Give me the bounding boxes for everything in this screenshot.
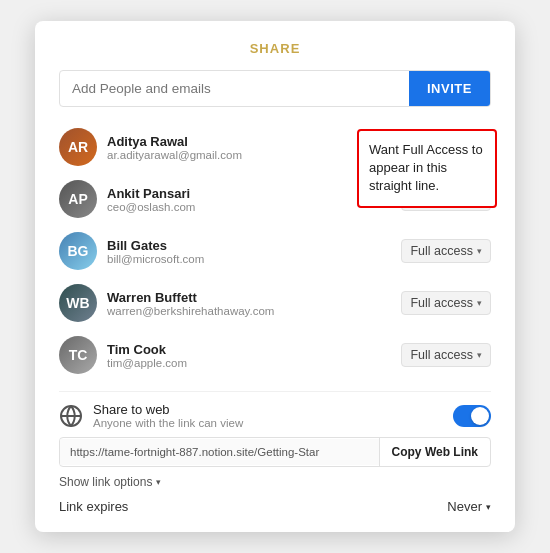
chevron-down-icon: ▾ [477, 298, 482, 308]
access-dropdown[interactable]: Full access ▾ [401, 291, 491, 315]
avatar: BG [59, 232, 97, 270]
access-dropdown[interactable]: Full access ▾ [401, 343, 491, 367]
access-label: Full access [410, 348, 473, 362]
share-input-row: INVITE [59, 70, 491, 107]
person-row: BG Bill Gates bill@microsoft.com Full ac… [59, 225, 491, 277]
share-web-row: Share to web Anyone with the link can vi… [59, 402, 491, 429]
web-link-text: https://tame-fortnight-887.notion.site/G… [60, 439, 379, 465]
person-name: Tim Cook [107, 342, 401, 357]
person-row: TC Tim Cook tim@apple.com Full access ▾ [59, 329, 491, 381]
access-label: Full access [410, 296, 473, 310]
chevron-down-icon: ▾ [477, 350, 482, 360]
toggle-knob [471, 407, 489, 425]
person-email: ceo@oslash.com [107, 201, 401, 213]
person-row: WB Warren Buffett warren@berkshirehathaw… [59, 277, 491, 329]
avatar: AP [59, 180, 97, 218]
avatar: TC [59, 336, 97, 374]
chevron-down-icon: ▾ [477, 246, 482, 256]
access-label: Full access [410, 140, 473, 154]
show-link-options-button[interactable]: Show link options ▾ [59, 475, 491, 489]
share-modal: SHARE INVITE AR Aditya Rawal ar.adityara… [35, 21, 515, 532]
avatar: AR [59, 128, 97, 166]
access-dropdown[interactable]: Full access ▾ [401, 135, 491, 159]
person-row: AP Ankit Pansari ceo@oslash.com Full acc… [59, 173, 491, 225]
person-email: tim@apple.com [107, 357, 401, 369]
share-to-web-sublabel: Anyone with the link can view [93, 417, 453, 429]
person-name: Bill Gates [107, 238, 401, 253]
person-name: Aditya Rawal [107, 134, 401, 149]
chevron-down-icon: ▾ [486, 502, 491, 512]
link-row: https://tame-fortnight-887.notion.site/G… [59, 437, 491, 467]
link-expires-row: Link expires Never ▾ [59, 499, 491, 514]
access-dropdown[interactable]: Full access ▾ [401, 239, 491, 263]
chevron-down-icon: ▾ [477, 142, 482, 152]
person-email: ar.adityarawal@gmail.com [107, 149, 401, 161]
divider [59, 391, 491, 392]
share-to-web-label: Share to web [93, 402, 453, 417]
person-row: AR Aditya Rawal ar.adityarawal@gmail.com… [59, 121, 491, 173]
invite-button[interactable]: INVITE [409, 71, 490, 106]
access-label: Full access [410, 192, 473, 206]
person-email: warren@berkshirehathaway.com [107, 305, 401, 317]
globe-icon [59, 404, 83, 428]
chevron-down-icon: ▾ [156, 477, 161, 487]
people-list: AR Aditya Rawal ar.adityarawal@gmail.com… [59, 121, 491, 381]
never-dropdown[interactable]: Never ▾ [447, 499, 491, 514]
person-name: Warren Buffett [107, 290, 401, 305]
chevron-down-icon: ▾ [477, 194, 482, 204]
person-name: Ankit Pansari [107, 186, 401, 201]
modal-title: SHARE [59, 41, 491, 56]
show-link-options-label: Show link options [59, 475, 152, 489]
share-web-toggle[interactable] [453, 405, 491, 427]
avatar: WB [59, 284, 97, 322]
never-label: Never [447, 499, 482, 514]
access-dropdown[interactable]: Full access ▾ [401, 187, 491, 211]
person-email: bill@microsoft.com [107, 253, 401, 265]
add-people-input[interactable] [60, 71, 409, 106]
access-label: Full access [410, 244, 473, 258]
copy-web-link-button[interactable]: Copy Web Link [379, 438, 490, 466]
link-expires-label: Link expires [59, 499, 128, 514]
